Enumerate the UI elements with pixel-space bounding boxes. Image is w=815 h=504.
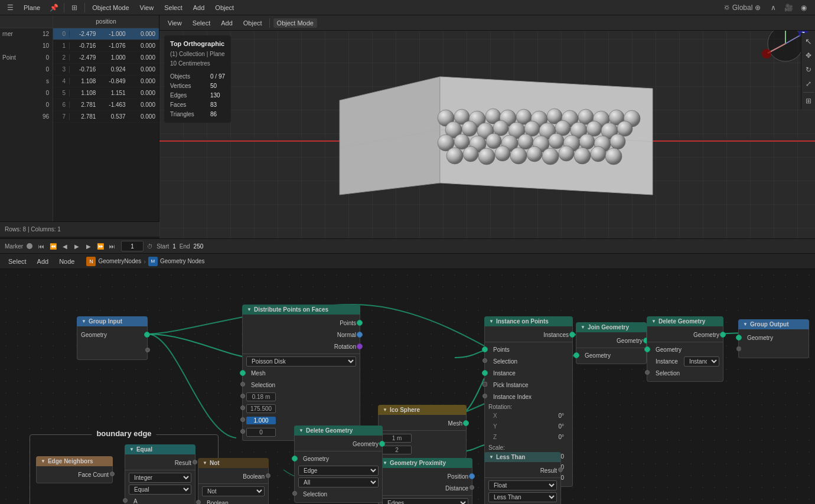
node-node-menu[interactable]: Node <box>56 257 78 266</box>
socket-del-sel-in[interactable] <box>645 370 650 375</box>
prev-frame-btn[interactable]: ◀ <box>60 241 70 251</box>
socket-ico-mesh-out[interactable] <box>463 420 469 426</box>
socket-eq-result-out[interactable] <box>193 460 197 464</box>
socket-grp-out-extra[interactable] <box>736 346 741 351</box>
node-not[interactable]: ▼ Not Boolean Not Boolean <box>198 458 269 504</box>
vp-object-mode[interactable]: Object Mode <box>273 18 317 28</box>
eq-int-select[interactable]: Integer <box>129 473 191 483</box>
socket-inst-instances-out[interactable] <box>569 332 575 338</box>
socket-dist-seed-in[interactable] <box>240 429 245 434</box>
node-select-menu[interactable]: Select <box>5 257 30 266</box>
socket-inst-sel-in[interactable] <box>483 358 487 363</box>
socket-gp-pos-out[interactable] <box>469 473 475 479</box>
dist-mode-select[interactable]: Poisson Disk Random <box>246 356 356 366</box>
node-edge-neighbors[interactable]: ▼ Edge Neighbors Face Count <box>36 456 113 483</box>
select-menu[interactable]: Select <box>161 3 186 12</box>
socket-dist-mesh-in[interactable] <box>240 370 246 376</box>
scale-tool[interactable]: ⤢ <box>802 78 815 90</box>
socket-gp-dist-out[interactable] <box>470 485 474 490</box>
socket-del2-geo-out[interactable] <box>379 441 385 447</box>
proportional-icon[interactable]: ∧ <box>767 2 780 14</box>
add-menu[interactable]: Add <box>190 3 208 12</box>
current-frame[interactable]: 1 <box>121 241 144 251</box>
lt-mode-select[interactable]: Less Than <box>488 492 557 502</box>
socket-del2-geo-in[interactable] <box>292 456 298 462</box>
next-frame-btn[interactable]: ▶ <box>83 241 94 251</box>
ico-sub-val[interactable]: 2 <box>382 446 412 454</box>
socket-not-bool-in[interactable] <box>196 500 201 504</box>
vp-object[interactable]: Object <box>240 18 266 28</box>
ico-radius-val[interactable]: 1 m <box>382 434 412 443</box>
plane-label[interactable]: Plane <box>20 3 44 12</box>
socket-inst-points-in[interactable] <box>482 346 488 352</box>
del-instance-select[interactable]: Instance <box>684 356 719 366</box>
node-equal[interactable]: ▼ Equal Result Integer Equal <box>125 444 195 504</box>
node-less-than[interactable]: ▼ Less Than Result Float <box>484 452 561 504</box>
socket-dist-distmax-in[interactable] <box>240 405 245 410</box>
blender-menu[interactable]: ☰ <box>4 2 17 14</box>
node-add-menu[interactable]: Add <box>34 257 53 266</box>
dist-factor-val[interactable]: 1.000 <box>246 417 276 424</box>
node-ico-sphere[interactable]: ▼ Ico Sphere Mesh 1 m 2 <box>378 405 467 459</box>
prev-key-btn[interactable]: ⏪ <box>48 241 58 251</box>
snap-icon[interactable]: ⊕ <box>751 2 764 14</box>
object-menu[interactable]: Object <box>211 3 237 12</box>
object-mode[interactable]: Object Mode <box>89 3 132 12</box>
move-tool[interactable]: ✥ <box>802 50 815 61</box>
node-delete-geometry-main[interactable]: ▼ Delete Geometry Geometry Geometry Inst… <box>647 316 723 382</box>
socket-join-geo-in[interactable] <box>573 352 579 358</box>
del2-all-select[interactable]: All <box>298 477 379 487</box>
socket-dist-factor-in[interactable] <box>240 417 245 422</box>
socket-eq-a-in[interactable] <box>123 498 128 503</box>
socket-group-input-geo-out[interactable] <box>144 332 150 338</box>
jump-start-btn[interactable]: ⏮ <box>36 241 47 251</box>
cursor-tool[interactable]: ↖ <box>802 35 815 47</box>
socket-dist-rotation-out[interactable] <box>357 343 363 349</box>
viewport-3d[interactable]: View Select Add Object Object Mode Top O… <box>159 15 815 238</box>
layout-icon[interactable]: ⊞ <box>68 2 81 14</box>
socket-del-geo-in[interactable] <box>644 346 650 352</box>
socket-inst-idx-in[interactable] <box>483 394 487 398</box>
vp-select[interactable]: Select <box>189 18 214 28</box>
node-canvas[interactable]: ▼ Group Input Geometry ▼ <box>0 269 815 504</box>
play-btn[interactable]: ▶ <box>71 241 82 251</box>
socket-del-geo-out[interactable] <box>720 332 726 338</box>
dist-distmin-val[interactable]: 0.18 m <box>246 392 276 401</box>
lt-float-select[interactable]: Float <box>488 480 557 490</box>
eq-mode-select[interactable]: Equal <box>129 485 191 495</box>
vp-view[interactable]: View <box>164 18 185 28</box>
node-group-output[interactable]: ▼ Group Output Geometry <box>738 319 809 358</box>
camera-icon[interactable]: 🎥 <box>782 2 795 14</box>
del2-edge-select[interactable]: Edge <box>298 466 379 476</box>
dist-seed-val[interactable]: 0 <box>246 428 276 437</box>
pin-icon[interactable]: 📌 <box>47 2 60 14</box>
socket-not-bool-out[interactable] <box>266 473 270 478</box>
node-join-geometry[interactable]: ▼ Join Geometry Geometry Geometry <box>576 322 647 364</box>
vp-add[interactable]: Add <box>217 18 236 28</box>
socket-dist-normal-out[interactable] <box>357 332 363 338</box>
socket-inst-pick-in[interactable] <box>483 382 487 387</box>
next-key-btn[interactable]: ⏩ <box>95 241 106 251</box>
jump-end-btn[interactable]: ⏭ <box>107 241 118 251</box>
socket-dist-sel-in[interactable] <box>240 382 245 387</box>
grid-tool[interactable]: ⊞ <box>802 95 815 107</box>
socket-dist-points-out[interactable] <box>357 320 363 326</box>
not-mode-select[interactable]: Not <box>202 486 265 496</box>
socket-group-input-extra[interactable] <box>145 348 150 352</box>
socket-dist-distmin-in[interactable] <box>240 394 245 398</box>
socket-del2-sel-in[interactable] <box>292 491 297 496</box>
socket-grp-out-geo-in[interactable] <box>736 335 742 341</box>
node-distribute-points[interactable]: ▼ Distribute Points on Faces Points Norm… <box>242 305 360 441</box>
node-geo-proximity[interactable]: ▼ Geometry Proximity Position Distance <box>378 458 472 504</box>
node-group-input[interactable]: ▼ Group Input Geometry <box>77 316 148 360</box>
view-menu[interactable]: View <box>136 3 158 12</box>
breadcrumb-root[interactable]: GeometryNodes <box>98 258 141 264</box>
node-delete-geometry-edge[interactable]: ▼ Delete Geometry Geometry Geometry Edge <box>294 426 383 503</box>
socket-inst-instance-in[interactable] <box>482 370 488 376</box>
rotate-tool[interactable]: ↻ <box>802 64 815 76</box>
transform-global[interactable]: Global <box>736 2 749 14</box>
socket-en-facecount-out[interactable] <box>110 472 115 476</box>
gp-mode-select[interactable]: Edges Faces <box>382 498 468 505</box>
render-icon[interactable]: ◉ <box>797 2 810 14</box>
socket-lt-result-out[interactable] <box>558 467 563 472</box>
